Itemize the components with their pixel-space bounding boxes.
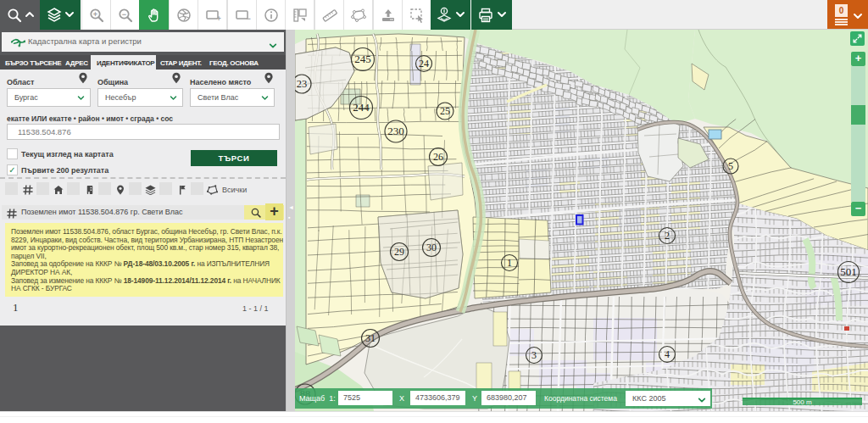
svg-text:31: 31	[365, 332, 376, 344]
svg-text:245: 245	[354, 53, 371, 65]
svg-text:244: 244	[353, 101, 370, 114]
svg-text:30: 30	[426, 242, 437, 253]
svg-text:2: 2	[665, 230, 670, 242]
svg-text:+: +	[216, 14, 220, 23]
svg-text:26: 26	[433, 151, 443, 163]
svg-text:23: 23	[297, 78, 308, 90]
svg-text:501: 501	[840, 265, 857, 278]
svg-text:25: 25	[440, 105, 450, 117]
svg-text:29: 29	[394, 246, 404, 258]
svg-text:−: −	[121, 9, 125, 18]
svg-text:4: 4	[665, 348, 670, 360]
svg-text:1: 1	[507, 257, 512, 269]
svg-text:3: 3	[531, 349, 537, 361]
svg-text:+: +	[92, 9, 97, 18]
svg-text:5: 5	[728, 161, 733, 171]
svg-text:230: 230	[387, 125, 404, 137]
svg-text:−: −	[246, 14, 250, 23]
svg-text:24: 24	[419, 58, 429, 70]
